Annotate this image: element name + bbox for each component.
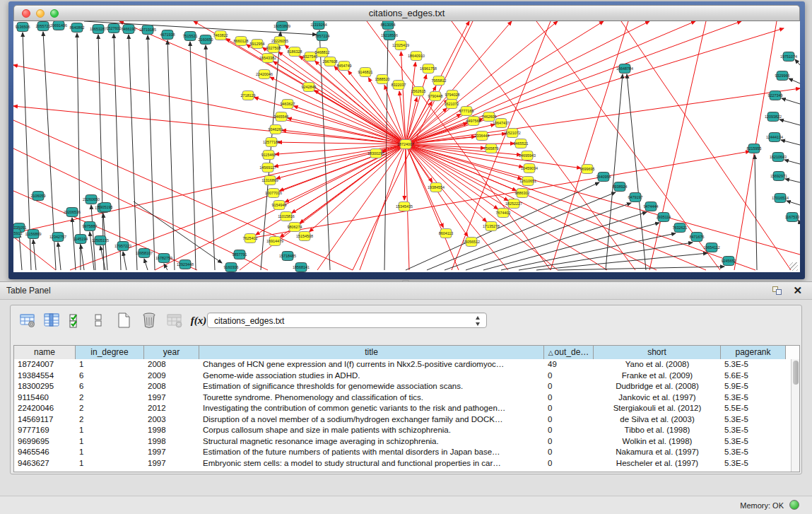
table-cell: Hescheler et al. (1997) — [594, 458, 721, 469]
graph-node-label: 19384554 — [428, 185, 445, 189]
graph-node-label: 5912954 — [250, 42, 265, 46]
table-row[interactable]: 2242004622012Investigating the contribut… — [14, 403, 791, 414]
function-builder-icon[interactable]: f(x) — [189, 310, 208, 330]
table-cell: Jankovic et al. (1997) — [594, 392, 721, 404]
table-cell: Franke et al. (2009) — [594, 370, 721, 382]
graph-node-label: 1527602 — [107, 26, 122, 30]
graph-node-label: 16914479 — [266, 239, 283, 243]
graph-node-label: 9242845 — [302, 85, 317, 89]
graph-node-label: 9327546 — [303, 54, 318, 59]
graph-node-label: 8813054 — [381, 23, 396, 27]
network-canvas[interactable]: 1872400791365062055721206914068640862106… — [13, 21, 800, 272]
graph-node-label: 8186328 — [288, 49, 302, 54]
row-height-icon[interactable] — [88, 310, 108, 330]
graph-node-label: 11319264 — [310, 23, 327, 27]
table-cell: Nakamura et al. (1997) — [594, 447, 721, 458]
delete-rows-icon[interactable] — [139, 310, 159, 330]
column-header-name[interactable]: name — [14, 346, 76, 359]
table-row[interactable]: 969969511998Structural magnetic resonanc… — [14, 436, 791, 448]
column-header-in_degree[interactable]: in_degree — [76, 346, 144, 359]
float-panel-icon[interactable] — [772, 286, 782, 296]
column-header-short[interactable]: short — [594, 346, 721, 359]
show-columns-icon[interactable] — [42, 310, 61, 330]
table-cell: 5.3E-5 — [721, 359, 786, 370]
table-cell: 5.3E-5 — [721, 425, 786, 436]
graph-node-label: 9245652 — [722, 259, 736, 263]
graph-node-label: 15056512 — [463, 240, 480, 244]
table-row[interactable]: 1830029562008Estimation of significance … — [14, 381, 791, 392]
graph-node-label: 19218506 — [381, 33, 398, 37]
column-header-pagerank[interactable]: pagerank — [721, 346, 786, 359]
graph-node-label: 1562615 — [411, 89, 426, 93]
table-header-row: namein_degreeyeartitle△out_de…shortpager… — [14, 346, 799, 359]
table-toolbar: f(x) citations_edges.txt — [15, 310, 806, 333]
table-cell: de Silva et al. (2003) — [594, 414, 721, 426]
table-cell: 22420046 — [14, 403, 76, 414]
graph-node-label: 10719185 — [139, 28, 156, 32]
table-cell: Stergiakouli et al. (2012) — [594, 403, 721, 414]
table-cell: 1997 — [144, 447, 199, 458]
new-table-icon[interactable] — [114, 310, 134, 330]
graph-node-label: 2336444 — [475, 134, 490, 138]
graph-node-label: 7625402 — [243, 236, 258, 240]
column-header-out_de[interactable]: △out_de… — [544, 346, 594, 359]
table-row[interactable]: 1456911722003Disruption of a novel membe… — [14, 414, 791, 426]
graph-node-label: 9806274 — [288, 225, 302, 229]
table-row[interactable]: 1872400712008Changes of HCN gene express… — [14, 359, 791, 370]
graph-node-label: 9699695 — [580, 167, 595, 171]
delete-table-icon-disabled — [165, 310, 184, 330]
graph-node-label: 9329966 — [775, 74, 790, 78]
graph-node-label: 11521072 — [504, 131, 521, 135]
select-rows-icon[interactable] — [66, 310, 86, 330]
graph-node-label: 14569117 — [259, 165, 276, 170]
column-header-year[interactable]: year — [144, 346, 199, 359]
close-icon[interactable]: ✕ — [793, 284, 802, 297]
graph-node-label: 18724007 — [397, 142, 414, 146]
table-cell: 5.3E-5 — [721, 436, 786, 448]
graph-node-label: 15154508 — [296, 234, 313, 238]
table-cell: Estimation of significance thresholds fo… — [199, 381, 544, 392]
table-cell: 5.3E-5 — [721, 392, 786, 404]
column-header-title[interactable]: title — [199, 346, 544, 359]
table-row[interactable]: 946362711997Embryonic stem cells: a mode… — [14, 458, 791, 469]
table-cell: Yano et al. (2008) — [594, 359, 721, 370]
table-cell: 2012 — [144, 403, 199, 414]
table-cell: 0 — [544, 370, 594, 382]
table-cell: 1 — [76, 447, 144, 458]
table-cell: 6 — [76, 370, 144, 382]
graph-node-label: 9465521 — [514, 141, 529, 146]
table-settings-icon[interactable] — [18, 310, 37, 330]
graph-node-label: 15718485 — [279, 254, 296, 258]
table-row[interactable]: 977716911998Corpus callosum shape and si… — [14, 425, 791, 436]
graph-node-label: 12610651 — [519, 179, 536, 183]
table-selector-dropdown[interactable]: citations_edges.txt — [207, 313, 487, 328]
graph-node-label: 5905195 — [98, 205, 113, 209]
graph-node-label: 9465546 — [274, 115, 289, 119]
table-cell: 1998 — [144, 425, 199, 436]
graph-node-label: 8322037 — [392, 83, 406, 87]
table-cell: 1 — [76, 458, 144, 469]
graph-node-label: 2967608 — [323, 59, 338, 64]
table-row[interactable]: 911546021997Tourette syndrome. Phenomeno… — [14, 392, 791, 404]
graph-node-label: 12093822 — [765, 115, 782, 119]
graph-node-label: 22420046 — [256, 72, 273, 76]
graph-node-label: 10653287 — [90, 27, 107, 31]
graph-node-label: 23260650 — [83, 197, 100, 201]
graph-node-label: 16782759 — [155, 256, 172, 260]
table-panel-header: Table Panel ✕ — [0, 282, 812, 300]
window-title-bar[interactable]: citations_edges.txt — [13, 5, 800, 21]
table-scrollbar[interactable] — [791, 359, 799, 472]
table-row[interactable]: 946554611997Estimation of the future num… — [14, 447, 791, 458]
graph-node-label: 8215955 — [747, 146, 762, 151]
resize-grip-icon[interactable] — [789, 262, 798, 271]
graph-node-label: 10958107 — [136, 251, 153, 255]
table-row[interactable]: 1938455462009Genome-wide association stu… — [14, 370, 791, 382]
graph-node-label: 19751074 — [780, 54, 797, 59]
graph-node-label: 1640954 — [596, 175, 611, 179]
graph-node-label: 2055721 — [36, 24, 51, 28]
graph-node-label: 11156869 — [25, 232, 41, 236]
scrollbar-thumb[interactable] — [793, 361, 799, 385]
graph-node-label: 9777169 — [459, 109, 474, 113]
graph-node-label: 8454749 — [337, 64, 352, 68]
graph-node-label: 9146821 — [358, 70, 373, 74]
